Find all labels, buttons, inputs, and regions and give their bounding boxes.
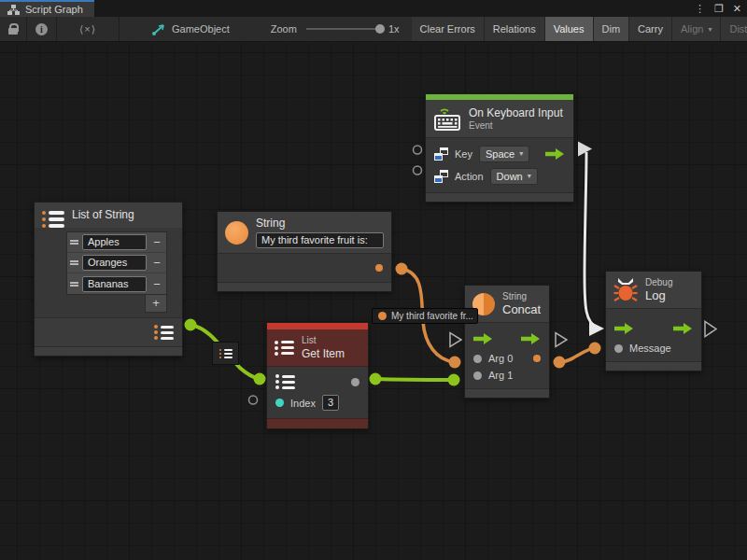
- info-icon: i: [35, 23, 48, 35]
- window-maximize-icon[interactable]: ❐: [714, 0, 724, 17]
- port-row-arg0: Arg 0: [465, 350, 549, 367]
- add-item-button[interactable]: +: [145, 295, 167, 313]
- node-title: String: [256, 217, 384, 230]
- gameobject-icon: [152, 23, 166, 35]
- keyboard-icon: [433, 105, 461, 132]
- dim-button[interactable]: Dim: [594, 17, 630, 41]
- remove-item-button[interactable]: −: [150, 256, 163, 270]
- lock-icon: [8, 23, 18, 35]
- enum-icon: [434, 147, 448, 161]
- zoom-label: Zoom: [271, 23, 297, 35]
- index-input-port[interactable]: [275, 399, 284, 407]
- node-footer: [426, 192, 573, 202]
- node-footer: [465, 388, 549, 398]
- node-list-of-string[interactable]: List of String Apples − Oranges − Banana…: [34, 202, 183, 357]
- zoom-slider-handle[interactable]: [375, 24, 385, 34]
- node-debug-log[interactable]: Debug Log Message: [605, 271, 702, 371]
- list-item-row: Apples −: [67, 232, 166, 253]
- port-row-list: [267, 371, 368, 392]
- node-title: On Keyboard Input: [469, 106, 563, 119]
- index-value-field[interactable]: 3: [322, 395, 339, 411]
- lock-button[interactable]: [0, 17, 27, 41]
- graph-toolbar: i ⟨×⟩ GameObject Zoom 1x Clear Errors Re…: [0, 17, 747, 42]
- node-string-literal[interactable]: String My third favorite fruit is:: [217, 211, 392, 292]
- list-value-badge: [212, 342, 239, 365]
- key-dropdown[interactable]: Space▾: [479, 146, 529, 162]
- window-close-icon[interactable]: ✕: [733, 0, 741, 17]
- string-icon: [225, 221, 248, 245]
- list-item-row: Bananas −: [67, 273, 166, 294]
- string-type-dot: [378, 312, 387, 320]
- key-port-label: Key: [455, 148, 472, 160]
- clear-errors-button[interactable]: Clear Errors: [412, 17, 485, 41]
- port-row-flow: [465, 328, 549, 350]
- result-output-port[interactable]: [533, 355, 541, 362]
- action-dropdown[interactable]: Down▾: [490, 168, 538, 185]
- node-category: String: [502, 291, 541, 302]
- node-title: List of String: [72, 208, 134, 221]
- port-row-index: Index 3: [267, 392, 368, 413]
- arg1-input-port[interactable]: [473, 371, 482, 380]
- message-port-label: Message: [629, 343, 671, 354]
- node-concat[interactable]: String Concat Arg 0 Arg 1: [464, 285, 550, 399]
- distribute-button[interactable]: Distribute▾: [721, 17, 747, 41]
- node-footer: [35, 346, 182, 356]
- graph-target[interactable]: GameObject: [144, 17, 238, 41]
- node-footer: [606, 361, 701, 371]
- flow-output-arrow-icon[interactable]: [521, 333, 541, 344]
- flow-output-arrow-icon[interactable]: [545, 148, 565, 160]
- node-on-keyboard-input[interactable]: On Keyboard Input Event Key Space▾ Actio…: [425, 93, 574, 203]
- port-row-output: [35, 317, 182, 346]
- list-item-field[interactable]: Oranges: [82, 255, 147, 271]
- list-input-port-icon[interactable]: [275, 374, 295, 389]
- list-item-field[interactable]: Bananas: [82, 276, 147, 292]
- node-title: Concat: [502, 303, 541, 316]
- arg0-port-label: Arg 0: [488, 353, 513, 364]
- node-category: Debug: [645, 277, 672, 288]
- flow-output-arrow-icon[interactable]: [673, 323, 693, 334]
- list-item-row: Oranges −: [67, 253, 166, 273]
- item-output-port[interactable]: [351, 378, 359, 386]
- node-title: Log: [645, 289, 672, 302]
- message-input-port[interactable]: [614, 344, 623, 353]
- zoom-slider[interactable]: [306, 28, 381, 30]
- tab-script-graph[interactable]: Script Graph: [0, 0, 94, 17]
- port-row-message: Message: [606, 340, 701, 357]
- chevron-down-icon: ▾: [519, 147, 523, 161]
- node-footer: [267, 418, 368, 428]
- window-menu-icon[interactable]: ⋮: [695, 0, 705, 17]
- port-row-key: Key Space▾: [426, 143, 573, 165]
- info-button[interactable]: i: [27, 17, 57, 41]
- remove-item-button[interactable]: −: [150, 235, 163, 249]
- code-view-icon: ⟨×⟩: [79, 23, 96, 35]
- string-value-bubble: My third favorite fr...: [372, 308, 478, 324]
- code-view-button[interactable]: ⟨×⟩: [57, 17, 120, 41]
- list-output-port-icon[interactable]: [154, 325, 174, 340]
- node-get-item[interactable]: List Get Item Index 3: [266, 322, 369, 429]
- list-inline-editor: Apples − Oranges − Bananas −: [66, 231, 167, 295]
- chevron-down-icon: ▾: [528, 170, 531, 183]
- error-stripe: [267, 323, 368, 329]
- node-title: Get Item: [302, 347, 345, 360]
- string-output-port[interactable]: [375, 264, 383, 272]
- string-value-field[interactable]: My third favorite fruit is:: [256, 232, 384, 248]
- node-category: List: [302, 335, 345, 346]
- remove-item-button[interactable]: −: [150, 277, 163, 291]
- align-button[interactable]: Align▾: [672, 17, 721, 41]
- arg0-input-port[interactable]: [473, 355, 482, 363]
- values-button[interactable]: Values: [545, 17, 594, 41]
- list-item-field[interactable]: Apples: [82, 234, 147, 250]
- relations-button[interactable]: Relations: [485, 17, 545, 41]
- gameobject-label: GameObject: [172, 23, 230, 35]
- port-row-flow: [606, 317, 701, 340]
- enum-icon: [434, 170, 448, 183]
- drag-handle-icon[interactable]: [70, 260, 78, 265]
- drag-handle-icon[interactable]: [70, 240, 78, 245]
- carry-button[interactable]: Carry: [629, 17, 672, 41]
- drag-handle-icon[interactable]: [70, 282, 78, 287]
- flow-input-arrow-icon[interactable]: [473, 333, 493, 344]
- flow-input-arrow-icon[interactable]: [614, 323, 634, 334]
- port-row-action: Action Down▾: [426, 165, 573, 188]
- list-icon: [275, 341, 294, 356]
- action-port-label: Action: [455, 171, 484, 182]
